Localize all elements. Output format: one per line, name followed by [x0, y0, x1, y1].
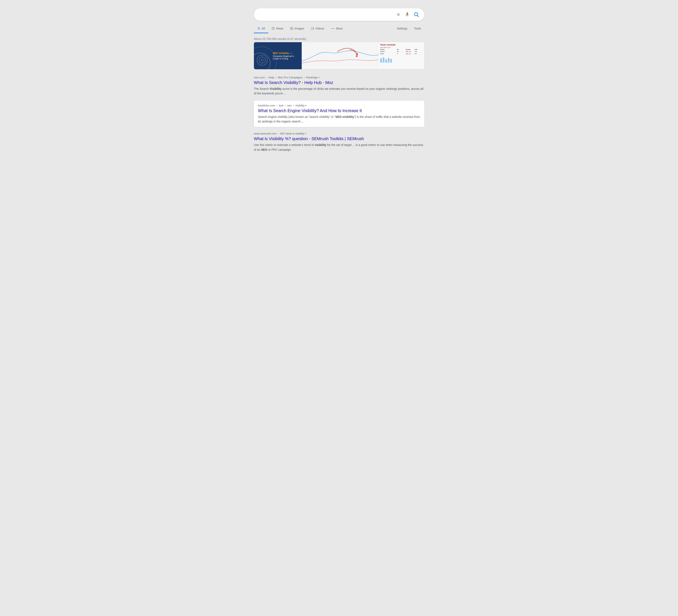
snippet-bold-2: SEO visibility — [335, 115, 354, 118]
more-dots-icon: ⋮ — [330, 27, 335, 30]
svg-line-3 — [259, 29, 260, 30]
result-domain-moz: moz.com — [254, 76, 265, 79]
all-search-icon — [257, 27, 261, 30]
result-domain-backlinko: backlinko.com — [258, 104, 275, 107]
result-item-backlinko: backlinko.com › hub › seo › visibility ▾… — [254, 101, 424, 127]
breadcrumb-sep-4: › — [276, 104, 277, 107]
tab-videos[interactable]: Videos — [307, 24, 328, 33]
breadcrumb-sep-2: › — [275, 76, 276, 79]
result-domain-semrush: www.semrush.com — [254, 132, 276, 135]
result-url-semrush: www.semrush.com › 697-what-is-visibility… — [254, 132, 424, 135]
table-row-1: 36,000659 ▶ Lost-768 — [380, 50, 423, 53]
result-path-5: seo — [287, 104, 292, 107]
snippet-bold-3: visibility — [314, 143, 326, 147]
result-path-6: visibility — [296, 104, 305, 107]
results-count-text: About 25,700,000 results (0.47 seconds) — [254, 37, 306, 41]
svg-point-8 — [291, 28, 292, 28]
result-snippet-backlinko: Search engine visibility (also known as … — [258, 114, 420, 124]
tab-news-label: News — [276, 27, 284, 30]
tab-more[interactable]: ⋮ More — [328, 24, 346, 34]
search-bar-container: seo visibility ✕ — [254, 4, 424, 23]
table-header: TRUST ADVISOR — [380, 44, 423, 46]
table-url: http://allinfe.com — [380, 47, 423, 48]
tools-link[interactable]: Tools — [411, 24, 424, 33]
settings-label: Settings — [397, 27, 408, 30]
mic-button[interactable] — [404, 11, 411, 18]
results-count: About 25,700,000 results (0.47 seconds) — [254, 34, 424, 42]
result-snippet-moz: The Search Visibility score is the perce… — [254, 86, 424, 96]
featured-img-1-text-content: SEO Visibility — Complete Beginner's Gui… — [258, 48, 297, 63]
snippet-bold-1: Visibility — [270, 87, 281, 90]
settings-link[interactable]: Settings — [393, 24, 411, 33]
svg-line-1 — [417, 15, 418, 16]
featured-card: SEO Visibility — Complete Beginner's Gui… — [254, 42, 424, 69]
nav-settings-tools: Settings Tools — [393, 24, 424, 33]
graph-svg — [302, 42, 379, 69]
result-url-backlinko: backlinko.com › hub › seo › visibility ▾ — [258, 104, 420, 107]
search-bar: seo visibility ✕ — [254, 8, 424, 21]
tab-all[interactable]: All — [254, 24, 268, 33]
clear-icon[interactable]: ✕ — [397, 12, 400, 17]
images-icon — [290, 27, 293, 30]
tab-images[interactable]: Images — [287, 24, 307, 33]
nav-tabs: All News Images Vide — [254, 23, 424, 34]
featured-image-2 — [302, 42, 379, 69]
result-dropdown-arrow-backlinko[interactable]: ▾ — [305, 104, 306, 107]
breadcrumb-sep-3: › — [304, 76, 305, 79]
page-wrapper: seo visibility ✕ — [254, 4, 424, 612]
breadcrumb-sep-6: › — [293, 104, 294, 107]
svg-rect-17 — [380, 59, 382, 63]
result-item-semrush: www.semrush.com › 697-what-is-visibility… — [254, 129, 424, 155]
table-chart-mini — [380, 56, 423, 63]
result-dropdown-arrow-moz[interactable]: ▾ — [318, 76, 319, 79]
result-path-1: Help — [269, 76, 274, 79]
svg-rect-9 — [311, 28, 313, 29]
svg-rect-14 — [302, 42, 379, 69]
result-url-moz: moz.com › Help › Moz Pro Campaigns › Ran… — [254, 76, 424, 79]
result-path-3: Rankings — [306, 76, 317, 79]
result-path-4: hub — [279, 104, 284, 107]
featured-image-1: SEO Visibility — Complete Beginner's Gui… — [254, 42, 302, 69]
breadcrumb-sep-7: › — [278, 132, 279, 135]
breadcrumb-sep-5: › — [285, 104, 286, 107]
videos-icon — [311, 27, 314, 30]
tab-more-label: More — [336, 27, 343, 30]
svg-rect-4 — [272, 28, 274, 30]
result-snippet-semrush: Use this metric to estimate a website's … — [254, 143, 424, 152]
tab-all-label: All — [262, 27, 265, 30]
tab-videos-label: Videos — [315, 27, 324, 30]
svg-marker-10 — [313, 28, 314, 29]
result-path-7: 697-what-is-visibility — [280, 132, 304, 135]
search-input[interactable]: seo visibility — [258, 12, 394, 17]
featured-img-subtitle1: Complete Beginner's — [273, 55, 294, 58]
svg-rect-20 — [388, 58, 389, 63]
search-button[interactable] — [413, 11, 420, 18]
featured-img-subtitle2: Guide to Fixing — [273, 58, 294, 60]
mini-chart — [380, 56, 401, 63]
table-row-2: 5,00054 ▶ Lost-307 — [380, 53, 423, 55]
tools-label: Tools — [414, 27, 421, 30]
featured-images: SEO Visibility — Complete Beginner's Gui… — [254, 42, 424, 69]
svg-rect-19 — [385, 60, 387, 63]
tab-images-label: Images — [295, 27, 304, 30]
news-icon — [272, 27, 275, 30]
snippet-bold-4: SEO — [261, 148, 267, 151]
featured-table: TRUST ADVISOR http://allinfe.com VolumeK… — [379, 42, 424, 69]
result-title-backlinko[interactable]: What Is Search Engine Visibility? And Ho… — [258, 108, 420, 113]
featured-img-title: SEO Visibility — — [273, 51, 294, 55]
table-col-headers: VolumeKDPositionTraff — [380, 49, 423, 50]
svg-rect-21 — [390, 59, 392, 63]
result-title-semrush[interactable]: What is Visibility %? question - SEMrush… — [254, 136, 424, 141]
featured-image-3: TRUST ADVISOR http://allinfe.com VolumeK… — [379, 42, 424, 69]
search-icon — [413, 12, 419, 17]
result-item-moz: moz.com › Help › Moz Pro Campaigns › Ran… — [254, 73, 424, 99]
result-path-2: Moz Pro Campaigns — [278, 76, 303, 79]
breadcrumb-sep-1: › — [266, 76, 267, 79]
tab-news[interactable]: News — [268, 24, 287, 33]
mic-icon — [405, 12, 410, 17]
svg-rect-18 — [383, 58, 384, 63]
result-dropdown-arrow-semrush[interactable]: ▾ — [305, 133, 306, 135]
result-title-moz[interactable]: What Is Search Visibility? - Help Hub - … — [254, 80, 424, 85]
